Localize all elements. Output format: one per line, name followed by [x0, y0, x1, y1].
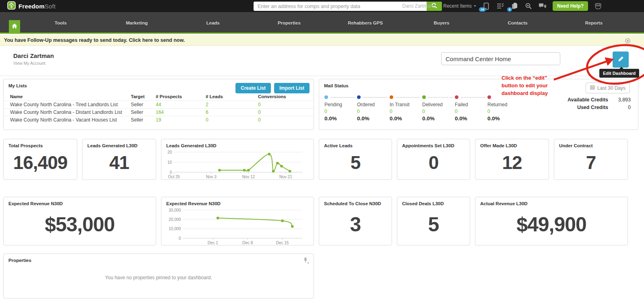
status-percent: 0.0% [455, 115, 487, 122]
nav-item-rehabbers-gps[interactable]: Rehabbers GPS [327, 12, 403, 34]
nav-item-reports[interactable]: Reports [556, 12, 632, 34]
line-chart: 010,00020,00030,000Dec 1Dec 8Dec 15 [161, 206, 314, 245]
task-list-icon[interactable] [496, 2, 504, 10]
stats-row-1: Total Prospects16,409Leads Generated L30… [3, 139, 628, 180]
status-connector [428, 97, 452, 98]
brand-name: FreedomSoft [19, 3, 56, 10]
table-row[interactable]: Wake County North Carolina - Distant Lan… [4, 108, 314, 116]
list-name: Wake County North Carolina - Tired Landl… [10, 102, 131, 107]
need-help-button[interactable]: Need Help? [553, 1, 588, 11]
create-list-button[interactable]: Create List [235, 83, 271, 93]
search-plus-icon[interactable] [524, 2, 533, 10]
list-leads: 2 [206, 102, 258, 107]
svg-text:Dec 15: Dec 15 [276, 241, 289, 245]
svg-text:10,000: 10,000 [169, 227, 181, 231]
credit-row: Used Credits0 [568, 105, 631, 110]
line-chart-svg: 010,00020,00030,000Dec 1Dec 8Dec 15 [165, 208, 306, 245]
svg-text:0: 0 [170, 170, 172, 175]
list-prospects: 19 [156, 117, 206, 123]
last-30-days-button[interactable]: Last 30 Days [586, 82, 630, 93]
import-list-button[interactable]: Import List [274, 83, 310, 93]
recent-items-menu[interactable]: Recent Items [443, 3, 476, 9]
stat-card-label: Actual Revenue L30D [475, 197, 627, 206]
followup-alert-bar[interactable]: You have Follow-Up messages ready to sen… [0, 35, 644, 46]
column-header-name: Name [10, 94, 131, 99]
user-menu[interactable]: Darci Zartman [402, 3, 437, 9]
my-lists-panel: My Lists Create List Import List NameTar… [3, 79, 314, 130]
status-dot-icon [390, 95, 393, 99]
stat-card-offer-made-l30d: Offer Made L30D12 [475, 139, 549, 180]
nav-item-tools[interactable]: Tools [23, 12, 99, 34]
pin-plus-icon[interactable]: + [302, 257, 309, 266]
freedomsoft-dashboard: $ FreedomSoft Darci Zartman Recent Items… [0, 0, 644, 305]
pencil-icon [617, 56, 624, 64]
edit-dashboard-button[interactable] [613, 52, 629, 68]
main-nav: ToolsMarketingLeadsPropertiesRehabbers G… [0, 12, 644, 34]
mail-credits: Available Credits3,893Used Credits0 [568, 97, 631, 112]
mail-status-panel: Mail Status Last 30 Days Pending00.0%Ord… [319, 79, 638, 130]
properties-title: Properties [4, 254, 314, 263]
line-chart: 01020Oct 25Nov 3Nov 12Nov 21 [161, 148, 314, 179]
status-percent: 0.0% [422, 115, 455, 122]
list-target: Seller [131, 109, 156, 115]
status-connector [330, 97, 355, 98]
top-bar: $ FreedomSoft Darci Zartman Recent Items… [0, 0, 644, 12]
list-conversions: 0 [258, 102, 314, 107]
page-title: Darci Zartman [13, 52, 54, 59]
nav-item-home[interactable] [9, 20, 20, 33]
freedomsoft-logo[interactable]: $ FreedomSoft [7, 1, 56, 11]
stat-card-scheduled-to-close-n30d: Scheduled To Close N30D3 [319, 197, 392, 245]
my-lists-table: NameTarget# Prospects# LeadsConversionsW… [4, 93, 314, 124]
properties-panel: Properties + You have no properties pinn… [3, 253, 314, 299]
status-connector [396, 97, 420, 98]
list-target: Seller [131, 102, 156, 107]
chevron-down-icon [474, 5, 476, 7]
owl-icon[interactable] [594, 2, 602, 10]
status-percent: 0.0% [324, 115, 357, 122]
mail-status-returned: Returned00.0% [487, 95, 520, 122]
status-label: Failed [455, 102, 487, 107]
stat-card-leads-generated-l30d: Leads Generated L30D01020Oct 25Nov 3Nov … [161, 139, 314, 180]
stat-card-label: Appointments Set L30D [397, 139, 470, 148]
nav-item-marketing[interactable]: Marketing [99, 12, 175, 34]
table-row[interactable]: Wake County North Carolina - Tired Landl… [4, 101, 314, 108]
phone-badge: 28 [479, 7, 486, 12]
stat-card-value: $53,000 [4, 206, 156, 245]
nav-item-buyers[interactable]: Buyers [403, 12, 479, 34]
phone-icon[interactable]: 28 [482, 2, 490, 10]
status-dot-icon [324, 95, 328, 99]
line-chart-svg: 01020Oct 25Nov 3Nov 12Nov 21 [165, 150, 306, 179]
dashboard-title-input[interactable] [441, 52, 560, 65]
status-count: 0 [455, 109, 487, 114]
stat-card-value: $49,900 [475, 206, 627, 245]
mail-status-pending: Pending00.0% [324, 95, 357, 122]
status-dot-icon [487, 95, 491, 99]
stat-card-label: Leads Generated L30D [83, 139, 156, 148]
stat-card-label: Closed Deals L30D [397, 197, 470, 206]
svg-text:20: 20 [167, 150, 172, 155]
properties-empty-message: You have no properties pinned to your da… [4, 275, 314, 280]
status-percent: 0.0% [390, 115, 422, 122]
column-header-prospects: # Prospects [156, 94, 206, 99]
list-leads: 0 [206, 117, 258, 123]
stat-card-under-contract: Under Contract7 [554, 139, 628, 180]
close-icon[interactable] [625, 38, 630, 45]
list-leads: 6 [206, 109, 258, 115]
view-my-account-link[interactable]: View My Account [13, 61, 45, 66]
stat-card-actual-revenue-l30d: Actual Revenue L30D$49,900 [475, 197, 628, 245]
status-percent: 0.0% [487, 115, 520, 122]
stat-card-value: 16,409 [4, 148, 77, 179]
column-header-conversions: Conversions [258, 94, 314, 99]
address-search-input[interactable] [254, 2, 427, 11]
chat-bubbles-icon[interactable] [539, 2, 547, 10]
documents-icon[interactable]: 6 [510, 2, 518, 10]
list-conversions: 0 [258, 117, 314, 123]
table-row[interactable]: Wake County North Carolina - Vacant Hous… [4, 116, 314, 124]
svg-text:30,000: 30,000 [169, 208, 181, 212]
mail-status-failed: Failed00.0% [455, 95, 487, 122]
status-count: 0 [324, 109, 357, 114]
nav-item-leads[interactable]: Leads [175, 12, 251, 34]
mail-status-in-transit: In Transit00.0% [390, 95, 422, 122]
nav-item-contacts[interactable]: Contacts [480, 12, 556, 34]
nav-item-properties[interactable]: Properties [251, 12, 327, 34]
